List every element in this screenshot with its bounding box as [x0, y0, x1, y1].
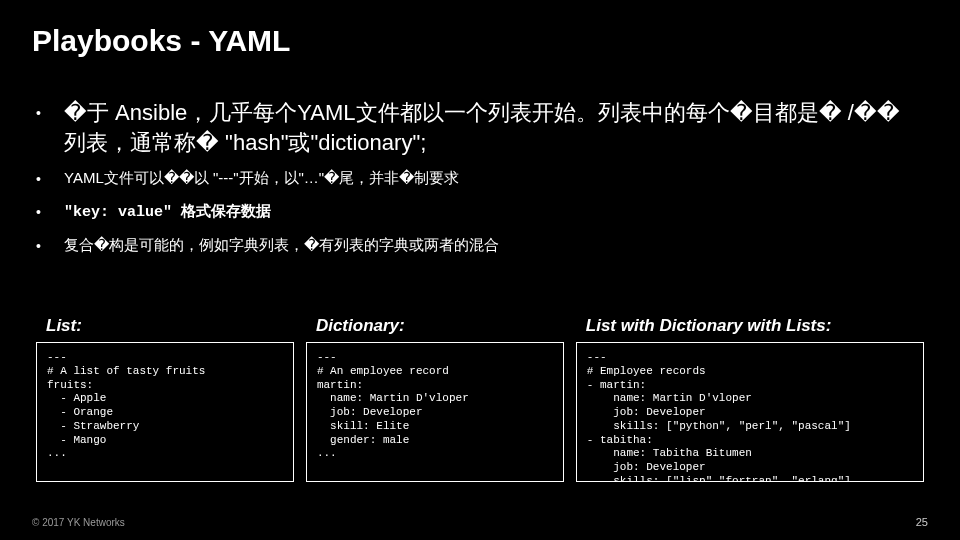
code-block: --- # Employee records - martin: name: M…: [576, 342, 924, 482]
copyright: © 2017 YK Networks: [32, 517, 125, 528]
slide-title: Playbooks - YAML: [32, 24, 290, 58]
column-heading: List:: [46, 316, 294, 336]
bullet-dot: •: [36, 200, 64, 225]
column-dictionary: Dictionary: --- # An employee record mar…: [306, 316, 564, 482]
column-list-dict: List with Dictionary with Lists: --- # E…: [576, 316, 924, 482]
bullet-dot: •: [36, 167, 64, 190]
code-block: --- # A list of tasty fruits fruits: - A…: [36, 342, 294, 482]
bullet-dot: •: [36, 98, 64, 157]
bullet-item: • YAML文件可以��以 "---"开始，以"…"�尾，并非�制要求: [36, 167, 920, 190]
column-list: List: --- # A list of tasty fruits fruit…: [36, 316, 294, 482]
column-heading: List with Dictionary with Lists:: [586, 316, 924, 336]
bullet-text: "key: value" 格式保存数据: [64, 200, 271, 225]
bullet-dot: •: [36, 234, 64, 257]
bullet-list: • �于 Ansible，几乎每个YAML文件都以一个列表开始。列表中的每个�目…: [36, 98, 920, 267]
column-heading: Dictionary:: [316, 316, 564, 336]
bullet-text: YAML文件可以��以 "---"开始，以"…"�尾，并非�制要求: [64, 167, 459, 190]
bullet-item: • 复合�构是可能的，例如字典列表，�有列表的字典或两者的混合: [36, 234, 920, 257]
code-columns: List: --- # A list of tasty fruits fruit…: [36, 316, 924, 482]
code-block: --- # An employee record martin: name: M…: [306, 342, 564, 482]
bullet-item: • �于 Ansible，几乎每个YAML文件都以一个列表开始。列表中的每个�目…: [36, 98, 920, 157]
bullet-text: �于 Ansible，几乎每个YAML文件都以一个列表开始。列表中的每个�目都是…: [64, 98, 920, 157]
page-number: 25: [916, 516, 928, 528]
bullet-item: • "key: value" 格式保存数据: [36, 200, 920, 225]
bullet-text: 复合�构是可能的，例如字典列表，�有列表的字典或两者的混合: [64, 234, 499, 257]
